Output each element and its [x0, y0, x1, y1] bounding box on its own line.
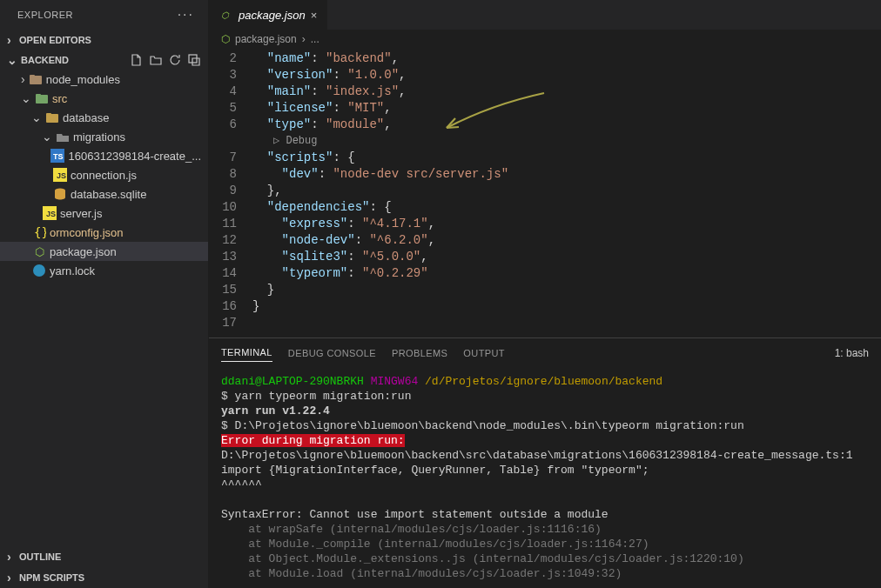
tab-package-json[interactable]: ⬡ package.json ×	[209, 0, 328, 30]
code-line[interactable]: }	[252, 298, 881, 315]
terminal-selector[interactable]: 1: bash	[835, 347, 869, 359]
editor[interactable]: 23456 7891011121314151617 "name": "backe…	[209, 49, 881, 337]
tree-item[interactable]: migrations	[0, 127, 208, 146]
code-line[interactable]: "sqlite3": "^5.0.0",	[252, 249, 881, 265]
code-line[interactable]	[252, 315, 881, 331]
tree-item[interactable]: node_modules	[0, 70, 208, 89]
tree-item-label: ormconfig.json	[50, 226, 124, 239]
svg-text:JS: JS	[46, 210, 56, 218]
code-line[interactable]: "type": "module",	[252, 117, 881, 133]
section-open-editors[interactable]: OPEN EDITORS	[0, 30, 208, 50]
db-icon	[53, 187, 67, 201]
tree-item[interactable]: JSserver.js	[0, 204, 208, 223]
tab-terminal[interactable]: TERMINAL	[221, 344, 272, 362]
tree-item-label: server.js	[60, 207, 102, 220]
code-line[interactable]: "name": "backend",	[252, 50, 881, 67]
js-icon: JS	[43, 206, 57, 220]
tree-item-label: database.sqlite	[71, 188, 146, 201]
tree-item-label: package.json	[50, 245, 117, 258]
tree-item[interactable]: {}ormconfig.json	[0, 223, 208, 242]
folder-open-grey-icon	[56, 130, 70, 144]
code-line[interactable]: "dev": "node-dev src/server.js"	[252, 166, 881, 183]
svg-rect-6	[46, 113, 51, 116]
chevron-down-icon	[7, 53, 17, 67]
code-line[interactable]: "main": "index.js",	[252, 84, 881, 100]
folder-pkg-icon	[29, 72, 43, 86]
code-line[interactable]: "dependencies": {	[252, 199, 881, 216]
close-icon[interactable]: ×	[311, 9, 318, 22]
folder-src-icon	[35, 91, 49, 105]
chevron-right-icon	[21, 72, 25, 86]
tree-item[interactable]: JSconnection.js	[0, 165, 208, 184]
chevron-right-icon	[7, 550, 16, 564]
code-line[interactable]: "node-dev": "^6.2.0",	[252, 232, 881, 249]
tab-bar: ⬡ package.json ×	[209, 0, 881, 30]
codelens-debug[interactable]: ▷ Debug	[252, 133, 881, 150]
svg-rect-2	[30, 75, 35, 77]
svg-rect-4	[36, 94, 41, 97]
code-line[interactable]: "typeorm": "^0.2.29"	[252, 265, 881, 282]
tab-debug-console[interactable]: DEBUG CONSOLE	[288, 344, 376, 362]
tree-item[interactable]: database	[0, 108, 208, 127]
new-file-icon[interactable]	[130, 53, 144, 67]
new-folder-icon[interactable]	[149, 53, 163, 67]
tree-item[interactable]: src	[0, 89, 208, 108]
code-line[interactable]: "version": "1.0.0",	[252, 67, 881, 84]
section-outline[interactable]: OUTLINE	[0, 546, 208, 567]
json-icon: {}	[32, 225, 46, 239]
tree-item-label: connection.js	[71, 169, 137, 182]
file-tree: node_modulessrcdatabasemigrationsTS16063…	[0, 70, 208, 546]
npm-icon: ⬡	[219, 8, 233, 22]
section-folder[interactable]: BACKEND	[0, 50, 208, 70]
code-line[interactable]: },	[252, 183, 881, 199]
svg-text:⬡: ⬡	[35, 245, 44, 258]
svg-text:⬡: ⬡	[221, 10, 230, 20]
tree-item-label: migrations	[73, 130, 125, 144]
chevron-down-icon	[21, 91, 31, 105]
tree-item-label: 1606312398184-create_...	[68, 150, 201, 163]
chevron-right-icon	[7, 571, 16, 585]
activity-sidebar: EXPLORER ··· OPEN EDITORS BACKEND node_m…	[0, 0, 209, 588]
svg-text:JS: JS	[57, 171, 66, 180]
panel-tabs: TERMINAL DEBUG CONSOLE PROBLEMS OUTPUT 1…	[209, 338, 881, 362]
chevron-down-icon	[31, 110, 42, 124]
folder-actions	[130, 53, 201, 67]
npm-icon: ⬡	[221, 33, 230, 45]
code-line[interactable]: }	[252, 282, 881, 298]
svg-text:TS: TS	[53, 152, 64, 161]
tree-item[interactable]: database.sqlite	[0, 184, 208, 204]
code-line[interactable]: "scripts": {	[252, 150, 881, 166]
explorer-title: EXPLORER	[17, 10, 73, 20]
tree-item[interactable]: ⬡package.json	[0, 242, 208, 261]
tab-problems[interactable]: PROBLEMS	[392, 344, 447, 362]
breadcrumb[interactable]: ⬡ package.json › ...	[209, 30, 881, 49]
tree-item-label: src	[52, 92, 67, 105]
js-icon: JS	[53, 168, 67, 182]
tree-item[interactable]: yarn.lock	[0, 261, 208, 280]
more-icon[interactable]: ···	[178, 7, 194, 23]
code-line[interactable]: "express": "^4.17.1",	[252, 216, 881, 232]
npm-icon: ⬡	[32, 244, 46, 258]
code-line[interactable]: "license": "MIT",	[252, 100, 881, 117]
chevron-down-icon	[42, 130, 52, 144]
yarn-icon	[32, 264, 46, 277]
folder-db-icon	[45, 110, 59, 124]
explorer-header: EXPLORER ···	[0, 0, 208, 30]
collapse-icon[interactable]	[187, 53, 201, 67]
svg-text:{}: {}	[34, 225, 46, 239]
tab-output[interactable]: OUTPUT	[463, 344, 505, 362]
editor-group: ⬡ package.json × ⬡ package.json › ... 23…	[209, 0, 881, 588]
bottom-panel: TERMINAL DEBUG CONSOLE PROBLEMS OUTPUT 1…	[209, 337, 881, 588]
terminal-body[interactable]: ddani@LAPTOP-290NBRKH MINGW64 /d/Projeto…	[209, 362, 881, 588]
tree-item-label: yarn.lock	[50, 264, 95, 277]
chevron-right-icon	[7, 33, 16, 47]
tree-item[interactable]: TS1606312398184-create_...	[0, 146, 208, 165]
section-npm-scripts[interactable]: NPM SCRIPTS	[0, 567, 208, 588]
tree-item-label: node_modules	[46, 73, 120, 86]
tree-item-label: database	[63, 111, 110, 124]
svg-point-16	[33, 264, 45, 277]
ts-icon: TS	[50, 149, 64, 163]
refresh-icon[interactable]	[168, 53, 182, 67]
